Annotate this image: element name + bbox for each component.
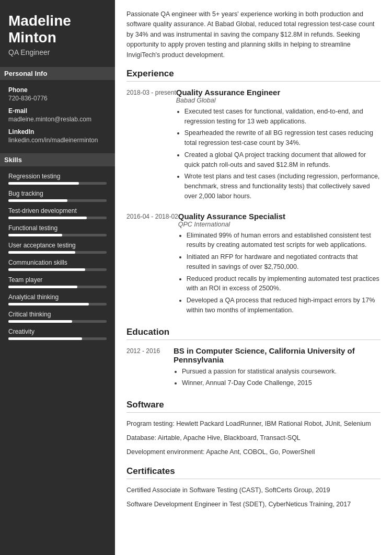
entry-date: 2018-03 - present bbox=[126, 88, 176, 203]
skill-name-label: Creativity bbox=[8, 328, 107, 335]
certificate-item: Software Development Engineer in Test (S… bbox=[126, 500, 381, 509]
software-section: Software Program testing: Hewlett Packar… bbox=[126, 400, 381, 457]
bullet-item: Created a global QA project tracking doc… bbox=[185, 150, 381, 170]
entry-bullets: Executed test cases for functional, vali… bbox=[176, 107, 381, 201]
skill-item: Regression testing bbox=[8, 173, 107, 185]
phone-label: Phone bbox=[8, 86, 107, 94]
software-item: Program testing: Hewlett Packard LoadRun… bbox=[126, 419, 381, 429]
experience-entry: 2018-03 - presentQuality Assurance Engin… bbox=[126, 88, 381, 203]
edu-bullets: Pursued a passion for statistical analys… bbox=[174, 367, 381, 389]
bullet-item: Reduced product recalls by implementing … bbox=[187, 274, 381, 294]
bullet-item: Executed test cases for functional, vali… bbox=[185, 107, 381, 127]
skill-bar-background bbox=[8, 199, 107, 202]
name-line2: Minton bbox=[8, 29, 56, 46]
summary-text: Passionate QA engineer with 5+ years' ex… bbox=[126, 9, 381, 60]
experience-entry: 2016-04 - 2018-02Quality Assurance Speci… bbox=[126, 212, 381, 318]
skill-bar-fill bbox=[8, 303, 89, 305]
certificates-section: Certificates Certified Associate in Soft… bbox=[126, 466, 381, 509]
skill-name-label: Critical thinking bbox=[8, 311, 107, 318]
skill-bar-background bbox=[8, 268, 107, 271]
skill-bar-fill bbox=[8, 268, 85, 271]
name-line1: Madeline bbox=[8, 13, 71, 29]
entry-company: QPC International bbox=[178, 221, 381, 228]
main-content: Passionate QA engineer with 5+ years' ex… bbox=[115, 0, 392, 555]
skill-item: User acceptance testing bbox=[8, 242, 107, 254]
experience-list: 2018-03 - presentQuality Assurance Engin… bbox=[126, 88, 381, 318]
entry-job-title: Quality Assurance Engineer bbox=[176, 88, 381, 97]
skill-name-label: Test-driven development bbox=[8, 207, 107, 214]
personal-info-heading: Personal Info bbox=[0, 67, 115, 80]
skill-bar-fill bbox=[8, 217, 87, 219]
entry-bullets: Eliminated 99% of human errors and estab… bbox=[178, 231, 381, 315]
skills-heading: Skills bbox=[0, 153, 115, 166]
skill-name-label: Bug tracking bbox=[8, 190, 107, 197]
certificate-item: Certified Associate in Software Testing … bbox=[126, 485, 381, 495]
education-entry: 2012 - 2016BS in Computer Science, Calif… bbox=[126, 346, 381, 391]
email-label: E-mail bbox=[8, 107, 107, 115]
linkedin-value: linkedin.com/in/madleinerminton bbox=[8, 137, 107, 144]
edu-date: 2012 - 2016 bbox=[126, 346, 174, 391]
skill-name-label: User acceptance testing bbox=[8, 242, 107, 249]
bullet-item: Initiated an RFP for hardware and negoti… bbox=[187, 252, 381, 272]
skill-bar-background bbox=[8, 286, 107, 288]
entry-body: Quality Assurance EngineerBabad GlobalEx… bbox=[176, 88, 381, 203]
education-heading: Education bbox=[126, 327, 381, 340]
skill-item: Communication skills bbox=[8, 259, 107, 271]
skill-item: Analytical thinking bbox=[8, 293, 107, 305]
skill-bar-fill bbox=[8, 234, 62, 236]
bullet-item: Eliminated 99% of human errors and estab… bbox=[187, 231, 381, 251]
phone-value: 720-836-0776 bbox=[8, 95, 107, 102]
skill-bar-background bbox=[8, 182, 107, 185]
education-section: Education 2012 - 2016BS in Computer Scie… bbox=[126, 327, 381, 391]
software-heading: Software bbox=[126, 400, 381, 413]
skill-name-label: Team player bbox=[8, 276, 107, 284]
skill-bar-fill bbox=[8, 199, 67, 202]
entry-company: Babad Global bbox=[176, 97, 381, 104]
skill-name-label: Regression testing bbox=[8, 173, 107, 180]
certificates-heading: Certificates bbox=[126, 466, 381, 479]
skill-item: Bug tracking bbox=[8, 190, 107, 202]
edu-bullet-item: Pursued a passion for statistical analys… bbox=[182, 367, 381, 377]
skill-bar-background bbox=[8, 251, 107, 254]
skill-bar-background bbox=[8, 337, 107, 340]
entry-date: 2016-04 - 2018-02 bbox=[126, 212, 178, 318]
software-list: Program testing: Hewlett Packard LoadRun… bbox=[126, 419, 381, 457]
skill-bar-fill bbox=[8, 337, 82, 340]
candidate-title: QA Engineer bbox=[8, 48, 107, 56]
skill-name-label: Functional testing bbox=[8, 224, 107, 232]
certificates-list: Certified Associate in Software Testing … bbox=[126, 485, 381, 509]
software-item: Development environment: Apache Ant, COB… bbox=[126, 447, 381, 457]
skill-item: Functional testing bbox=[8, 224, 107, 236]
candidate-name: Madeline Minton bbox=[8, 13, 107, 46]
entry-job-title: Quality Assurance Specialist bbox=[178, 212, 381, 221]
skill-bar-background bbox=[8, 217, 107, 219]
skill-bar-background bbox=[8, 234, 107, 236]
sidebar: Madeline Minton QA Engineer Personal Inf… bbox=[0, 0, 115, 555]
skill-bar-fill bbox=[8, 251, 75, 254]
bullet-item: Spearheaded the rewrite of all BG regres… bbox=[185, 128, 381, 148]
skills-list: Regression testingBug trackingTest-drive… bbox=[8, 173, 107, 340]
skill-bar-background bbox=[8, 303, 107, 305]
entry-body: Quality Assurance SpecialistQPC Internat… bbox=[178, 212, 381, 318]
education-list: 2012 - 2016BS in Computer Science, Calif… bbox=[126, 346, 381, 391]
skill-bar-background bbox=[8, 320, 107, 323]
edu-degree: BS in Computer Science, California Unive… bbox=[174, 346, 381, 364]
skill-item: Creativity bbox=[8, 328, 107, 340]
experience-section: Experience 2018-03 - presentQuality Assu… bbox=[126, 69, 381, 318]
resume-container: Madeline Minton QA Engineer Personal Inf… bbox=[0, 0, 392, 555]
skill-bar-fill bbox=[8, 286, 77, 288]
skill-item: Critical thinking bbox=[8, 311, 107, 323]
bullet-item: Wrote test plans and test cases (includi… bbox=[185, 172, 381, 201]
software-item: Database: Airtable, Apache Hive, Blackbo… bbox=[126, 433, 381, 443]
edu-bullet-item: Winner, Annual 7-Day Code Challenge, 201… bbox=[182, 378, 381, 388]
skill-name-label: Communication skills bbox=[8, 259, 107, 266]
skill-bar-fill bbox=[8, 182, 79, 185]
bullet-item: Developed a QA process that reduced high… bbox=[187, 296, 381, 315]
skill-bar-fill bbox=[8, 320, 72, 323]
skill-item: Test-driven development bbox=[8, 207, 107, 219]
linkedin-label: LinkedIn bbox=[8, 128, 107, 135]
skill-item: Team player bbox=[8, 276, 107, 288]
experience-heading: Experience bbox=[126, 69, 381, 82]
email-value: madleine.minton@reslab.com bbox=[8, 116, 107, 123]
skill-name-label: Analytical thinking bbox=[8, 293, 107, 301]
